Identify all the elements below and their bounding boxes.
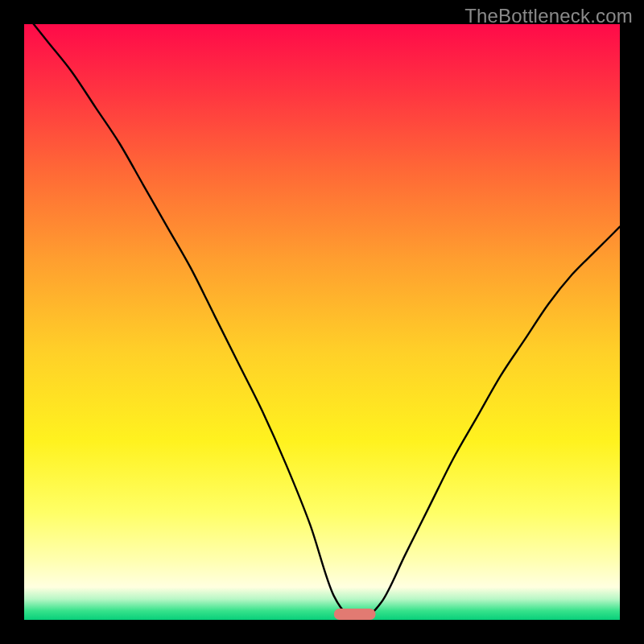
bottleneck-plot	[24, 24, 620, 620]
plot-svg	[24, 24, 620, 620]
sweet-spot-marker	[334, 609, 376, 620]
gradient-background	[24, 24, 620, 620]
chart-container: TheBottleneck.com	[0, 0, 644, 644]
